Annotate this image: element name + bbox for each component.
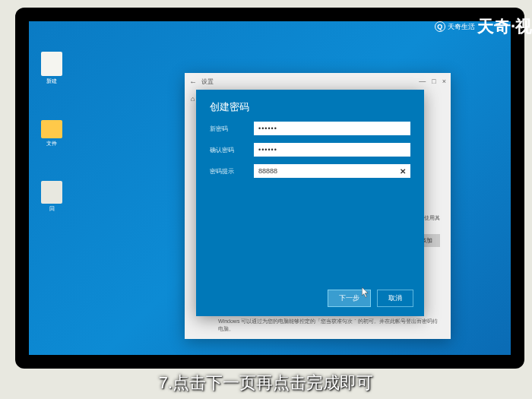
desktop-screen: 新建 文件 回 ← 设置 — □ × ⌂ 主页	[29, 21, 511, 355]
desktop-icon-trash[interactable]: 回	[40, 181, 64, 213]
footer-note: Windows 可以通过为您的电脑能够控定的「您当获准匀次｀的初可。并在此帐号登…	[218, 318, 440, 333]
hint-input[interactable]: 88888 ✕	[254, 164, 410, 178]
home-icon[interactable]: ⌂	[191, 95, 195, 103]
window-titlebar[interactable]: ← 设置 — □ ×	[185, 73, 451, 90]
new-password-label: 新密码	[210, 125, 254, 133]
watermark-sub: 天奇生活	[448, 22, 475, 32]
confirm-password-input[interactable]: ••••••	[254, 143, 410, 157]
folder-icon	[41, 120, 62, 138]
back-icon[interactable]: ←	[189, 78, 198, 86]
close-button[interactable]: ×	[442, 78, 446, 85]
icon-label: 文件	[40, 140, 64, 147]
dialog-buttons: 下一步 取消	[328, 290, 413, 307]
dialog-title: 创建密码	[196, 90, 424, 122]
desktop-icon-folder[interactable]: 文件	[40, 120, 64, 147]
minimize-button[interactable]: —	[419, 78, 426, 85]
icon-label: 新建	[40, 78, 64, 85]
file-icon	[41, 52, 62, 76]
new-password-input[interactable]: ••••••	[254, 122, 410, 135]
trash-icon	[41, 181, 62, 204]
password-form: 新密码 •••••• 确认密码 •••••• 密码提示 88888 ✕	[196, 122, 424, 178]
hint-label: 密码提示	[210, 167, 254, 176]
hint-value: 88888	[258, 167, 277, 175]
monitor-frame: 新建 文件 回 ← 设置 — □ × ⌂ 主页	[15, 8, 524, 369]
clear-icon[interactable]: ✕	[400, 167, 406, 176]
desktop-icon-file[interactable]: 新建	[40, 52, 64, 85]
maximize-button[interactable]: □	[432, 78, 435, 85]
password-dots: ••••••	[258, 125, 277, 132]
icon-label: 回	[40, 205, 64, 213]
cancel-button[interactable]: 取消	[377, 290, 413, 307]
watermark-top-right: Q 天奇生活 天奇·视	[435, 15, 532, 38]
password-dots: ••••••	[258, 146, 277, 154]
next-button[interactable]: 下一步	[328, 290, 371, 307]
hint-row: 密码提示 88888 ✕	[210, 164, 410, 178]
watermark-icon: Q	[435, 21, 445, 32]
confirm-password-row: 确认密码 ••••••	[210, 143, 410, 157]
confirm-password-label: 确认密码	[210, 146, 254, 154]
subtitle-text: 7.点击下一页再点击完成即可	[0, 372, 532, 394]
create-password-dialog: 创建密码 新密码 •••••• 确认密码 •••••• 密码提示	[196, 90, 424, 316]
window-title: 设置	[198, 78, 419, 86]
new-password-row: 新密码 ••••••	[210, 122, 410, 135]
watermark-main: 天奇·视	[477, 15, 532, 38]
